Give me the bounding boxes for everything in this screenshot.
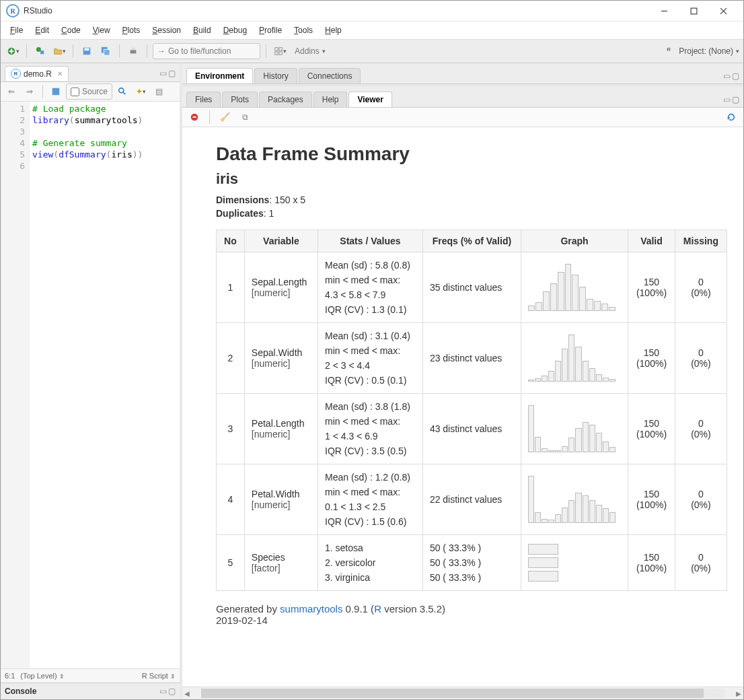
svg-rect-13: [274, 48, 277, 50]
clear-icon[interactable]: 🧹: [217, 109, 233, 125]
menu-view[interactable]: View: [87, 24, 116, 36]
svg-rect-14: [278, 48, 281, 50]
tab-environment[interactable]: Environment: [186, 68, 253, 83]
svg-rect-10: [104, 49, 110, 55]
menu-tools[interactable]: Tools: [289, 24, 318, 36]
find-icon[interactable]: [114, 83, 131, 100]
tab-connections[interactable]: Connections: [299, 68, 361, 83]
table-row: 4Petal.Width[numeric]Mean (sd) : 1.2 (0.…: [217, 464, 727, 535]
col-header: No: [217, 230, 245, 252]
maximize-pane-icon[interactable]: ▢: [732, 71, 739, 81]
menu-profile[interactable]: Profile: [254, 24, 287, 36]
project-label[interactable]: Project: (None): [679, 46, 733, 56]
menu-debug[interactable]: Debug: [218, 24, 252, 36]
scope-selector[interactable]: (Top Level) ⇕: [20, 672, 64, 680]
r-link[interactable]: R: [374, 603, 381, 615]
minimize-pane-icon[interactable]: ▭: [723, 95, 731, 104]
minimize-button[interactable]: [649, 1, 679, 20]
svg-rect-6: [40, 50, 44, 54]
minimize-pane-icon[interactable]: ▭: [723, 71, 731, 81]
report-icon[interactable]: ▤: [151, 83, 167, 100]
summarytools-link[interactable]: summarytools: [280, 603, 342, 615]
col-header: Variable: [244, 230, 318, 252]
editor-status: 6:1 (Top Level) ⇕ R Script ⇕: [1, 668, 180, 682]
maximize-pane-icon[interactable]: ▢: [168, 69, 176, 78]
minimize-console-icon[interactable]: ▭: [159, 687, 167, 696]
summary-subtitle: iris: [216, 170, 727, 188]
horizontal-scrollbar[interactable]: ◀ ▶: [182, 687, 743, 699]
top-right-pane-tabs: EnvironmentHistoryConnections ▭ ▢: [182, 63, 743, 84]
print-button[interactable]: [125, 43, 141, 59]
grid-button[interactable]: ▾: [272, 43, 288, 59]
r-file-icon: R: [11, 69, 21, 79]
table-row: 5Species[factor]1. setosa2. versicolor3.…: [217, 535, 727, 591]
refresh-icon[interactable]: [723, 109, 739, 125]
viewer-toolbar: 🧹 ⧉: [182, 108, 743, 127]
svg-point-18: [119, 88, 124, 93]
tab-packages[interactable]: Packages: [259, 92, 312, 107]
minimize-pane-icon[interactable]: ▭: [159, 69, 167, 78]
tab-viewer[interactable]: Viewer: [348, 92, 392, 107]
summary-title: Data Frame Summary: [216, 143, 727, 165]
open-file-button[interactable]: ▾: [51, 43, 67, 59]
svg-rect-15: [274, 52, 277, 55]
menubar: FileEditCodeViewPlotsSessionBuildDebugPr…: [1, 22, 743, 40]
tab-plots[interactable]: Plots: [222, 92, 258, 107]
viewer-content[interactable]: Data Frame Summary iris Dimensions: 150 …: [182, 127, 743, 687]
table-row: 3Petal.Length[numeric]Mean (sd) : 3.8 (1…: [217, 394, 727, 464]
maximize-button[interactable]: [679, 1, 708, 20]
footer-date: 2019-02-14: [216, 615, 727, 626]
tab-files[interactable]: Files: [186, 92, 221, 107]
menu-build[interactable]: Build: [188, 24, 217, 36]
cursor-position: 6:1: [5, 672, 15, 680]
export-icon[interactable]: ⧉: [237, 109, 253, 125]
source-on-save[interactable]: Source: [66, 83, 112, 100]
dimensions-line: Dimensions: 150 x 5: [216, 195, 727, 205]
summary-table: NoVariableStats / ValuesFreqs (% of Vali…: [216, 230, 727, 591]
stop-icon[interactable]: [186, 109, 202, 125]
goto-placeholder: Go to file/function: [168, 46, 256, 56]
save-all-button[interactable]: [98, 43, 114, 59]
close-tab-icon[interactable]: ✕: [57, 70, 63, 77]
svg-rect-12: [131, 48, 135, 50]
save-button[interactable]: [79, 43, 95, 59]
wand-icon[interactable]: ✦▾: [133, 83, 149, 100]
editor-tab-demo[interactable]: R demo.R ✕: [5, 66, 69, 81]
tab-history[interactable]: History: [254, 68, 297, 83]
goto-file-function[interactable]: → Go to file/function: [153, 43, 260, 59]
titlebar: R RStudio: [1, 1, 743, 22]
editor-tabs: R demo.R ✕ ▭ ▢: [1, 63, 180, 82]
close-button[interactable]: [708, 1, 738, 20]
col-header: Graph: [521, 230, 628, 252]
menu-file[interactable]: File: [5, 24, 28, 36]
back-icon[interactable]: ⇐: [3, 83, 20, 100]
addins-menu[interactable]: Addins ▾: [291, 44, 330, 59]
svg-rect-1: [691, 8, 697, 14]
table-row: 2Sepal.Width[numeric]Mean (sd) : 3.1 (0.…: [217, 323, 727, 394]
svg-rect-8: [85, 48, 89, 51]
forward-icon[interactable]: ⇒: [22, 83, 38, 100]
maximize-console-icon[interactable]: ▢: [168, 687, 176, 696]
svg-point-5: [36, 47, 41, 52]
language-selector[interactable]: R Script ⇕: [142, 672, 176, 680]
tab-help[interactable]: Help: [313, 92, 348, 107]
new-project-button[interactable]: [32, 43, 48, 59]
menu-help[interactable]: Help: [320, 24, 347, 36]
editor-toolbar: ⇐ ⇒ Source ✦▾ ▤: [1, 82, 180, 102]
svg-rect-16: [278, 52, 281, 55]
goto-arrow-icon: →: [157, 46, 165, 56]
editor-gutter: 123456: [1, 102, 30, 668]
menu-plots[interactable]: Plots: [117, 24, 146, 36]
new-file-button[interactable]: ▾: [5, 43, 21, 59]
duplicates-line: Duplicates: 1: [216, 208, 727, 219]
menu-code[interactable]: Code: [56, 24, 86, 36]
console-tab[interactable]: Console ▭ ▢: [1, 682, 180, 699]
col-header: Stats / Values: [318, 230, 423, 252]
menu-session[interactable]: Session: [147, 24, 186, 36]
editor-code[interactable]: # Load packagelibrary(summarytools) # Ge…: [30, 102, 145, 668]
save-file-icon[interactable]: [48, 83, 64, 100]
menu-edit[interactable]: Edit: [30, 24, 54, 36]
svg-rect-11: [131, 50, 137, 53]
footer-generated: Generated by summarytools 0.9.1 (R versi…: [216, 603, 727, 626]
maximize-pane-icon[interactable]: ▢: [732, 95, 739, 104]
